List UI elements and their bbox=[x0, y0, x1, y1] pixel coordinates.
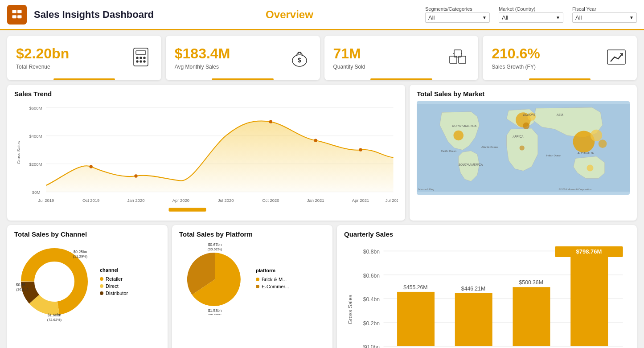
svg-point-10 bbox=[140, 61, 142, 62]
svg-text:Jan 2020: Jan 2020 bbox=[127, 198, 145, 203]
svg-text:(72.62%): (72.62%) bbox=[47, 318, 62, 322]
kpi-total-revenue: $2.20bn Total Revenue bbox=[7, 36, 161, 80]
kpi-quantity-value: 71M bbox=[333, 46, 365, 61]
svg-text:AFRICA: AFRICA bbox=[513, 135, 524, 138]
svg-text:$200M: $200M bbox=[29, 162, 42, 167]
kpi-total-revenue-value: $2.20bn bbox=[16, 46, 69, 61]
kpi-quantity-sold: 71M Quantity Sold bbox=[324, 36, 479, 80]
svg-text:Jul 2020: Jul 2020 bbox=[218, 198, 234, 203]
svg-text:Gross Sales: Gross Sales bbox=[347, 295, 353, 324]
kpi-quantity-label: Quantity Sold bbox=[333, 64, 365, 70]
svg-text:Jan 2021: Jan 2021 bbox=[307, 198, 324, 203]
platform-title: Total Sales by Platform bbox=[179, 230, 325, 238]
market-select[interactable]: All ▼ bbox=[499, 12, 563, 23]
svg-text:Indian Ocean: Indian Ocean bbox=[546, 154, 561, 157]
svg-text:Oct 2020: Oct 2020 bbox=[262, 198, 279, 203]
svg-text:$0.4bn: $0.4bn bbox=[363, 296, 380, 303]
channel-card: Total Sales by Channel $0.25bn bbox=[7, 225, 168, 348]
svg-point-45 bbox=[453, 131, 463, 140]
svg-rect-19 bbox=[607, 50, 625, 64]
charts-row-1: Sales Trend $600M $400M $200M $0M Gross … bbox=[7, 85, 637, 221]
quarterly-card: Quarterly Sales Gross Sales $0.8bn $0.6b… bbox=[337, 225, 637, 348]
svg-text:Apr 2021: Apr 2021 bbox=[352, 198, 369, 203]
svg-text:Atlantic Ocean: Atlantic Ocean bbox=[481, 146, 497, 148]
market-value: All bbox=[502, 14, 508, 21]
svg-rect-94 bbox=[455, 293, 492, 346]
svg-rect-3 bbox=[17, 15, 21, 18]
quarterly-title: Quarterly Sales bbox=[344, 230, 630, 238]
svg-text:Apr 2020: Apr 2020 bbox=[172, 198, 189, 203]
svg-text:$798.76M: $798.76M bbox=[576, 248, 602, 255]
svg-text:(69.38%): (69.38%) bbox=[208, 313, 222, 315]
svg-rect-43 bbox=[169, 208, 206, 211]
platform-pie-container: $0.67bn (30.62%) $1.53bn (69.38%) platfo… bbox=[179, 242, 325, 315]
kpi-growth-value: 210.6% bbox=[492, 46, 540, 61]
header: Sales Insights Dashboard Overview Segmen… bbox=[0, 0, 644, 30]
svg-point-7 bbox=[140, 57, 142, 59]
svg-text:$0.2bn: $0.2bn bbox=[363, 320, 380, 327]
main-content: $2.20bn Total Revenue $183.4M bbox=[0, 30, 644, 348]
svg-text:$500.36M: $500.36M bbox=[519, 279, 543, 286]
svg-text:$0M: $0M bbox=[32, 190, 40, 195]
segments-filter: Segments/Categories All ▼ bbox=[425, 6, 490, 23]
market-arrow-icon: ▼ bbox=[556, 15, 560, 20]
platform-legend-brick: Brick & M... bbox=[256, 277, 289, 282]
fiscal-value: All bbox=[575, 14, 582, 21]
segments-select[interactable]: All ▼ bbox=[425, 12, 490, 23]
platform-card: Total Sales by Platform $0.67bn (30.62%) bbox=[172, 225, 332, 348]
svg-text:$0.6bn: $0.6bn bbox=[363, 273, 380, 279]
svg-text:Microsoft Bing: Microsoft Bing bbox=[418, 188, 435, 191]
app-title: Sales Insights Dashboard bbox=[34, 9, 154, 20]
svg-text:NORTH AMERICA: NORTH AMERICA bbox=[452, 124, 477, 127]
svg-rect-0 bbox=[12, 10, 16, 13]
svg-point-33 bbox=[359, 148, 362, 151]
channel-title: Total Sales by Channel bbox=[14, 230, 160, 238]
svg-text:$1.60bn: $1.60bn bbox=[48, 313, 62, 317]
svg-point-31 bbox=[269, 120, 272, 123]
kpi-growth-label: Sales Growth (FY) bbox=[492, 64, 540, 70]
kpi-avg-monthly-value: $183.4M bbox=[175, 46, 230, 61]
svg-point-51 bbox=[599, 139, 607, 148]
svg-point-32 bbox=[314, 139, 317, 142]
fiscal-select[interactable]: All ▼ bbox=[572, 12, 637, 23]
svg-text:Jul 2019: Jul 2019 bbox=[38, 198, 54, 203]
svg-text:Pacific Ocean: Pacific Ocean bbox=[441, 150, 456, 152]
svg-text:AUSTRALIA: AUSTRALIA bbox=[577, 151, 594, 155]
segments-arrow-icon: ▼ bbox=[482, 15, 487, 20]
market-filter: Market (Country) All ▼ bbox=[499, 6, 563, 23]
fiscal-filter: Fiscal Year All ▼ bbox=[572, 6, 637, 23]
svg-point-50 bbox=[591, 130, 602, 141]
svg-text:$600M: $600M bbox=[29, 106, 42, 111]
svg-point-29 bbox=[90, 165, 93, 168]
money-bag-icon: $ bbox=[288, 45, 311, 70]
svg-text:$446.21M: $446.21M bbox=[461, 286, 485, 292]
svg-text:Jul 2021: Jul 2021 bbox=[386, 198, 398, 203]
svg-text:Oct 2019: Oct 2019 bbox=[82, 198, 99, 203]
trend-up-icon bbox=[605, 45, 628, 70]
sales-trend-title: Sales Trend bbox=[14, 90, 398, 98]
svg-point-6 bbox=[136, 57, 138, 59]
direct-label: Direct bbox=[106, 283, 119, 289]
svg-point-11 bbox=[144, 61, 145, 62]
svg-rect-91 bbox=[397, 292, 435, 346]
channel-donut-chart: $0.25bn (11.29%) $0.35... (16.0...) $1.6… bbox=[14, 242, 94, 322]
logo bbox=[7, 5, 27, 25]
svg-point-69 bbox=[35, 262, 74, 301]
svg-rect-100 bbox=[570, 251, 608, 346]
svg-text:$400M: $400M bbox=[29, 134, 42, 139]
svg-text:Gross Sales: Gross Sales bbox=[16, 141, 21, 164]
bottom-row: Total Sales by Channel $0.25bn bbox=[7, 225, 637, 348]
platform-pie-chart: $0.67bn (30.62%) $1.53bn (69.38%) bbox=[179, 242, 250, 315]
channel-legend-retailer: Retailer bbox=[100, 276, 128, 282]
fiscal-arrow-icon: ▼ bbox=[629, 15, 634, 20]
svg-point-8 bbox=[144, 57, 145, 59]
distributor-dot bbox=[100, 291, 103, 295]
market-label: Market (Country) bbox=[499, 6, 563, 12]
svg-text:ASIA: ASIA bbox=[556, 113, 564, 116]
ecommerce-dot bbox=[256, 285, 259, 288]
quarterly-bar-chart: Gross Sales $0.8bn $0.6bn $0.4bn $0.2bn … bbox=[344, 242, 630, 348]
segments-value: All bbox=[428, 14, 435, 21]
svg-text:(16.0...): (16.0...) bbox=[16, 287, 29, 291]
svg-text:$455.26M: $455.26M bbox=[403, 284, 427, 291]
distributor-label: Distributor bbox=[106, 291, 128, 296]
